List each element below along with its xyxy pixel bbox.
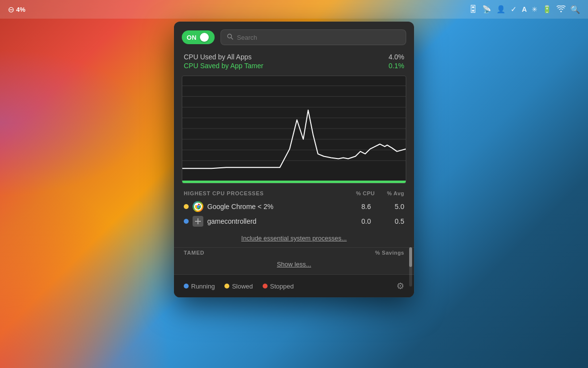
col-cpu-header: % CPU	[345, 190, 375, 196]
status-dot-running	[184, 219, 189, 224]
tamed-header: TAMED % Savings	[174, 247, 414, 256]
game-app-name: gamecontrollerd	[207, 217, 338, 225]
apptamer-minus-icon: ⊖	[8, 5, 14, 14]
status-dot-slowed	[184, 204, 189, 209]
processes-title: HIGHEST CPU PROCESSES	[184, 190, 345, 196]
include-essential-link[interactable]: Include essential system processes...	[241, 235, 346, 242]
show-less-section: Show less...	[174, 256, 414, 274]
show-less-link[interactable]: Show less...	[277, 261, 311, 268]
col-avg-header: % Avg	[375, 190, 404, 196]
table-row[interactable]: gamecontrollerd 0.0 0.5	[184, 216, 404, 227]
cpu-used-row: CPU Used by All Apps 4.0%	[184, 53, 404, 61]
wallpaper-accent-1	[0, 172, 172, 368]
wifi-icon[interactable]	[557, 5, 565, 14]
chrome-avg-val: 5.0	[375, 203, 404, 210]
check-icon[interactable]: ✓	[511, 5, 517, 14]
camo-icon[interactable]: 🎛	[468, 4, 477, 15]
legend-dot-red	[263, 284, 268, 289]
search-input[interactable]	[237, 34, 400, 41]
tamed-savings: % Savings	[375, 250, 404, 256]
process-list: Google Chrome < 2% 8.6 5.0 gamecontrol	[184, 201, 404, 227]
legend-label-running: Running	[191, 283, 215, 290]
processes-header: HIGHEST CPU PROCESSES % CPU % Avg	[184, 190, 404, 196]
bluetooth-icon[interactable]: ✳	[532, 5, 538, 13]
cpu-saved-row: CPU Saved by App Tamer 0.1%	[184, 62, 404, 70]
cpu-saved-value: 0.1%	[389, 62, 404, 70]
legend-label-stopped: Stopped	[270, 283, 294, 290]
tamed-title: TAMED	[184, 250, 369, 256]
legend-stopped: Stopped	[263, 283, 294, 290]
on-label: ON	[187, 34, 197, 41]
chrome-app-icon	[193, 201, 203, 212]
chrome-app-name: Google Chrome < 2%	[207, 203, 338, 210]
apptamer-menubar-item[interactable]: ⊖ 4%	[8, 5, 25, 14]
screencapture-icon[interactable]: 📡	[482, 5, 491, 14]
search-box[interactable]	[220, 29, 407, 45]
game-cpu-val: 0.0	[342, 217, 371, 225]
font-icon[interactable]: A	[522, 5, 527, 13]
processes-section: HIGHEST CPU PROCESSES % CPU % Avg	[174, 184, 414, 227]
cpu-used-label: CPU Used by All Apps	[184, 53, 252, 61]
search-icon	[227, 33, 233, 41]
cpu-chart	[182, 76, 406, 184]
scrollbar-thumb	[409, 247, 412, 267]
cpu-stats: CPU Used by All Apps 4.0% CPU Saved by A…	[174, 51, 414, 76]
apptamer-popup: ON CPU Used by All Apps 4.0% CPU S	[174, 22, 414, 297]
panel-footer: Running Slowed Stopped ⚙	[174, 274, 414, 297]
legend-slowed: Slowed	[224, 283, 253, 290]
game-avg-val: 0.5	[375, 217, 404, 225]
legend-label-slowed: Slowed	[232, 283, 253, 290]
settings-icon[interactable]: ⚙	[396, 281, 404, 291]
legend-running: Running	[184, 283, 215, 290]
svg-rect-10	[182, 181, 406, 183]
apptamer-cpu-percent: 4%	[16, 6, 25, 13]
svg-point-13	[197, 206, 199, 208]
game-app-icon	[193, 216, 203, 227]
search-menubar-icon[interactable]: 🔍	[570, 5, 580, 14]
svg-line-1	[231, 38, 233, 40]
user-icon[interactable]: 👤	[496, 5, 506, 14]
panel-header: ON	[174, 22, 414, 51]
include-link-section: Include essential system processes...	[174, 227, 414, 247]
cpu-used-value: 4.0%	[389, 53, 404, 61]
menubar-right: 🎛 📡 👤 ✓ A ✳ 🔋 🔍	[468, 4, 580, 15]
svg-rect-16	[197, 218, 198, 224]
desktop: ⊖ 4% 🎛 📡 👤 ✓ A ✳ 🔋 🔍	[0, 0, 588, 368]
battery-icon[interactable]: 🔋	[542, 5, 552, 14]
wallpaper-accent-2	[0, 49, 147, 196]
toggle-knob	[200, 33, 209, 42]
cpu-saved-label: CPU Saved by App Tamer	[184, 62, 263, 70]
legend-dot-blue	[184, 284, 189, 289]
on-toggle[interactable]: ON	[182, 30, 215, 44]
scrollbar-track[interactable]	[409, 247, 412, 287]
table-row[interactable]: Google Chrome < 2% 8.6 5.0	[184, 201, 404, 212]
chrome-cpu-val: 8.6	[342, 203, 371, 210]
menubar-left: ⊖ 4%	[8, 5, 25, 14]
menubar: ⊖ 4% 🎛 📡 👤 ✓ A ✳ 🔋 🔍	[0, 0, 588, 19]
legend-dot-yellow	[224, 284, 229, 289]
